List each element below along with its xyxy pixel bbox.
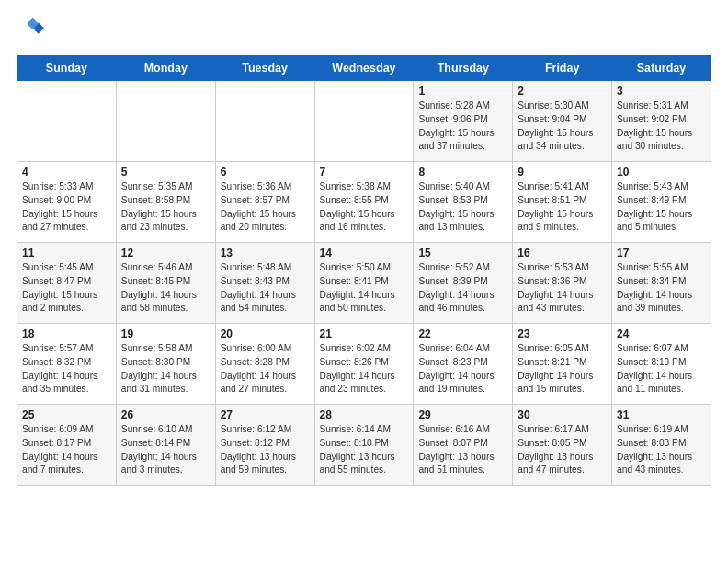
week-row-1: 4Sunrise: 5:33 AM Sunset: 9:00 PM Daylig… bbox=[17, 162, 711, 243]
day-cell: 7Sunrise: 5:38 AM Sunset: 8:55 PM Daylig… bbox=[314, 162, 414, 243]
day-info: Sunrise: 5:55 AM Sunset: 8:34 PM Dayligh… bbox=[617, 261, 706, 316]
day-cell: 9Sunrise: 5:41 AM Sunset: 8:51 PM Daylig… bbox=[513, 162, 612, 243]
day-number: 7 bbox=[320, 166, 409, 178]
day-number: 9 bbox=[518, 166, 607, 178]
day-number: 31 bbox=[617, 408, 706, 421]
day-info: Sunrise: 5:36 AM Sunset: 8:57 PM Dayligh… bbox=[221, 180, 310, 235]
day-number: 17 bbox=[617, 247, 706, 259]
day-cell: 28Sunrise: 6:14 AM Sunset: 8:10 PM Dayli… bbox=[314, 405, 414, 486]
day-info: Sunrise: 5:52 AM Sunset: 8:39 PM Dayligh… bbox=[418, 261, 507, 316]
day-number: 16 bbox=[518, 247, 607, 259]
day-cell: 24Sunrise: 6:07 AM Sunset: 8:19 PM Dayli… bbox=[612, 324, 711, 405]
calendar-table: SundayMondayTuesdayWednesdayThursdayFrid… bbox=[17, 55, 711, 486]
day-cell: 21Sunrise: 6:02 AM Sunset: 8:26 PM Dayli… bbox=[314, 324, 414, 405]
day-number: 2 bbox=[518, 85, 607, 98]
day-number: 22 bbox=[418, 327, 507, 340]
day-cell: 13Sunrise: 5:48 AM Sunset: 8:43 PM Dayli… bbox=[215, 243, 314, 324]
day-cell: 6Sunrise: 5:36 AM Sunset: 8:57 PM Daylig… bbox=[215, 162, 314, 243]
day-cell: 11Sunrise: 5:45 AM Sunset: 8:47 PM Dayli… bbox=[17, 243, 117, 324]
day-cell: 20Sunrise: 6:00 AM Sunset: 8:28 PM Dayli… bbox=[215, 324, 314, 405]
day-cell: 1Sunrise: 5:28 AM Sunset: 9:06 PM Daylig… bbox=[414, 81, 513, 162]
day-number: 28 bbox=[320, 408, 409, 421]
day-number: 30 bbox=[518, 408, 607, 421]
day-cell: 4Sunrise: 5:33 AM Sunset: 9:00 PM Daylig… bbox=[17, 162, 117, 243]
day-number: 14 bbox=[320, 247, 409, 259]
day-cell: 23Sunrise: 6:05 AM Sunset: 8:21 PM Dayli… bbox=[513, 324, 612, 405]
day-cell bbox=[215, 81, 314, 162]
day-info: Sunrise: 6:02 AM Sunset: 8:26 PM Dayligh… bbox=[320, 342, 409, 396]
day-info: Sunrise: 5:33 AM Sunset: 9:00 PM Dayligh… bbox=[22, 180, 111, 235]
logo bbox=[17, 17, 44, 46]
day-info: Sunrise: 6:14 AM Sunset: 8:10 PM Dayligh… bbox=[320, 423, 409, 477]
day-info: Sunrise: 5:40 AM Sunset: 8:53 PM Dayligh… bbox=[418, 180, 507, 235]
day-cell: 22Sunrise: 6:04 AM Sunset: 8:23 PM Dayli… bbox=[414, 324, 513, 405]
day-cell: 12Sunrise: 5:46 AM Sunset: 8:45 PM Dayli… bbox=[116, 243, 215, 324]
week-row-4: 25Sunrise: 6:09 AM Sunset: 8:17 PM Dayli… bbox=[17, 405, 711, 486]
day-info: Sunrise: 5:35 AM Sunset: 8:58 PM Dayligh… bbox=[121, 180, 210, 235]
day-info: Sunrise: 5:48 AM Sunset: 8:43 PM Dayligh… bbox=[221, 261, 310, 316]
day-info: Sunrise: 6:12 AM Sunset: 8:12 PM Dayligh… bbox=[221, 423, 310, 477]
day-number: 26 bbox=[121, 408, 210, 421]
day-number: 6 bbox=[221, 166, 310, 178]
day-cell: 2Sunrise: 5:30 AM Sunset: 9:04 PM Daylig… bbox=[513, 81, 612, 162]
logo-icon bbox=[18, 17, 44, 42]
day-info: Sunrise: 5:53 AM Sunset: 8:36 PM Dayligh… bbox=[518, 261, 607, 316]
day-info: Sunrise: 5:43 AM Sunset: 8:49 PM Dayligh… bbox=[617, 180, 706, 235]
day-header-sunday: Sunday bbox=[17, 56, 117, 81]
day-cell: 29Sunrise: 6:16 AM Sunset: 8:07 PM Dayli… bbox=[414, 405, 513, 486]
day-number: 20 bbox=[221, 327, 310, 340]
day-number: 5 bbox=[121, 166, 210, 178]
day-cell: 16Sunrise: 5:53 AM Sunset: 8:36 PM Dayli… bbox=[513, 243, 612, 324]
day-number: 13 bbox=[221, 247, 310, 259]
day-cell: 30Sunrise: 6:17 AM Sunset: 8:05 PM Dayli… bbox=[513, 405, 612, 486]
day-number: 4 bbox=[22, 166, 111, 178]
day-number: 21 bbox=[320, 327, 409, 340]
day-info: Sunrise: 6:16 AM Sunset: 8:07 PM Dayligh… bbox=[418, 423, 507, 477]
day-cell: 8Sunrise: 5:40 AM Sunset: 8:53 PM Daylig… bbox=[414, 162, 513, 243]
day-info: Sunrise: 6:00 AM Sunset: 8:28 PM Dayligh… bbox=[221, 342, 310, 396]
day-header-friday: Friday bbox=[513, 56, 612, 81]
day-header-monday: Monday bbox=[116, 56, 215, 81]
day-info: Sunrise: 5:30 AM Sunset: 9:04 PM Dayligh… bbox=[518, 99, 607, 154]
day-info: Sunrise: 6:07 AM Sunset: 8:19 PM Dayligh… bbox=[617, 342, 706, 396]
day-number: 18 bbox=[22, 327, 111, 340]
day-number: 8 bbox=[418, 166, 507, 178]
day-info: Sunrise: 5:38 AM Sunset: 8:55 PM Dayligh… bbox=[320, 180, 409, 235]
week-row-2: 11Sunrise: 5:45 AM Sunset: 8:47 PM Dayli… bbox=[17, 243, 711, 324]
day-cell bbox=[314, 81, 414, 162]
day-info: Sunrise: 6:19 AM Sunset: 8:03 PM Dayligh… bbox=[617, 423, 706, 477]
day-info: Sunrise: 6:05 AM Sunset: 8:21 PM Dayligh… bbox=[518, 342, 607, 396]
day-number: 11 bbox=[22, 247, 111, 259]
day-cell: 31Sunrise: 6:19 AM Sunset: 8:03 PM Dayli… bbox=[612, 405, 711, 486]
day-number: 12 bbox=[121, 247, 210, 259]
header-row: SundayMondayTuesdayWednesdayThursdayFrid… bbox=[17, 56, 711, 81]
day-cell: 27Sunrise: 6:12 AM Sunset: 8:12 PM Dayli… bbox=[215, 405, 314, 486]
day-cell: 3Sunrise: 5:31 AM Sunset: 9:02 PM Daylig… bbox=[612, 81, 711, 162]
day-info: Sunrise: 6:17 AM Sunset: 8:05 PM Dayligh… bbox=[518, 423, 607, 477]
day-cell bbox=[17, 81, 117, 162]
day-header-tuesday: Tuesday bbox=[215, 56, 314, 81]
week-row-3: 18Sunrise: 5:57 AM Sunset: 8:32 PM Dayli… bbox=[17, 324, 711, 405]
page: SundayMondayTuesdayWednesdayThursdayFrid… bbox=[0, 0, 728, 497]
day-number: 10 bbox=[617, 166, 706, 178]
day-info: Sunrise: 5:46 AM Sunset: 8:45 PM Dayligh… bbox=[121, 261, 210, 316]
day-cell: 15Sunrise: 5:52 AM Sunset: 8:39 PM Dayli… bbox=[414, 243, 513, 324]
day-info: Sunrise: 6:09 AM Sunset: 8:17 PM Dayligh… bbox=[22, 423, 111, 477]
day-cell: 14Sunrise: 5:50 AM Sunset: 8:41 PM Dayli… bbox=[314, 243, 414, 324]
day-number: 25 bbox=[22, 408, 111, 421]
day-info: Sunrise: 5:41 AM Sunset: 8:51 PM Dayligh… bbox=[518, 180, 607, 235]
day-number: 1 bbox=[418, 85, 507, 98]
day-cell: 19Sunrise: 5:58 AM Sunset: 8:30 PM Dayli… bbox=[116, 324, 215, 405]
day-header-saturday: Saturday bbox=[612, 56, 711, 81]
week-row-0: 1Sunrise: 5:28 AM Sunset: 9:06 PM Daylig… bbox=[17, 81, 711, 162]
day-info: Sunrise: 5:50 AM Sunset: 8:41 PM Dayligh… bbox=[320, 261, 409, 316]
day-cell: 5Sunrise: 5:35 AM Sunset: 8:58 PM Daylig… bbox=[116, 162, 215, 243]
day-info: Sunrise: 6:04 AM Sunset: 8:23 PM Dayligh… bbox=[418, 342, 507, 396]
header-area bbox=[17, 17, 711, 46]
day-number: 15 bbox=[418, 247, 507, 259]
day-number: 27 bbox=[221, 408, 310, 421]
day-info: Sunrise: 5:28 AM Sunset: 9:06 PM Dayligh… bbox=[418, 99, 507, 154]
day-info: Sunrise: 5:45 AM Sunset: 8:47 PM Dayligh… bbox=[22, 261, 111, 316]
day-number: 23 bbox=[518, 327, 607, 340]
day-cell: 26Sunrise: 6:10 AM Sunset: 8:14 PM Dayli… bbox=[116, 405, 215, 486]
